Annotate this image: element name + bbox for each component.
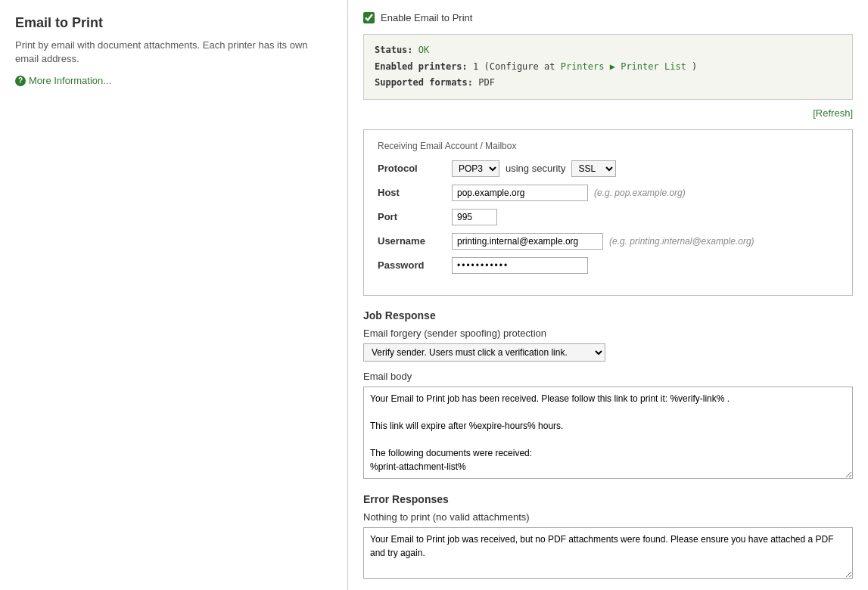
host-input[interactable] bbox=[452, 185, 588, 201]
password-label: Password bbox=[378, 259, 446, 271]
protocol-select[interactable]: POP3 IMAP bbox=[452, 160, 499, 177]
username-label: Username bbox=[378, 235, 446, 247]
mailbox-legend: Receiving Email Account / Mailbox bbox=[378, 141, 838, 151]
status-value: OK bbox=[418, 45, 429, 55]
enable-row: Enable Email to Print bbox=[363, 12, 853, 23]
protocol-row: Protocol POP3 IMAP using security SSL TL… bbox=[378, 160, 838, 177]
host-row: Host (e.g. pop.example.org) bbox=[378, 185, 838, 201]
port-label: Port bbox=[378, 211, 446, 222]
page-description: Print by email with document attachments… bbox=[15, 39, 332, 66]
job-response-section: Job Response Email forgery (sender spoof… bbox=[363, 309, 853, 481]
configure-end: ) bbox=[692, 61, 697, 72]
question-icon: ? bbox=[15, 76, 26, 86]
enabled-value: 1 bbox=[473, 61, 478, 72]
forgery-select[interactable]: Verify sender. Users must click a verifi… bbox=[363, 343, 605, 362]
host-label: Host bbox=[378, 187, 446, 198]
refresh-link[interactable]: [Refresh] bbox=[813, 107, 853, 119]
error-responses-section: Error Responses Nothing to print (no val… bbox=[363, 493, 853, 590]
protocol-label: Protocol bbox=[378, 163, 446, 174]
right-panel: Enable Email to Print Status: OK Enabled… bbox=[348, 0, 868, 590]
enable-label: Enable Email to Print bbox=[381, 12, 472, 23]
email-body-label: Email body bbox=[363, 371, 853, 382]
port-input[interactable] bbox=[452, 209, 497, 225]
host-hint: (e.g. pop.example.org) bbox=[594, 188, 686, 198]
enable-checkbox[interactable] bbox=[363, 12, 375, 23]
page-title: Email to Print bbox=[15, 15, 332, 31]
email-body-textarea[interactable]: Your Email to Print job has been receive… bbox=[363, 387, 853, 479]
status-box: Status: OK Enabled printers: 1 (Configur… bbox=[363, 34, 853, 100]
error-responses-title: Error Responses bbox=[363, 493, 853, 505]
password-input[interactable] bbox=[452, 257, 588, 274]
username-hint: (e.g. printing.internal@example.org) bbox=[609, 236, 754, 247]
more-info-link[interactable]: ? More Information... bbox=[15, 75, 332, 86]
refresh-row: [Refresh] bbox=[363, 107, 853, 119]
using-security-label: using security bbox=[506, 163, 565, 174]
forgery-label: Email forgery (sender spoofing) protecti… bbox=[363, 328, 853, 339]
job-response-title: Job Response bbox=[363, 309, 853, 321]
mailbox-section: Receiving Email Account / Mailbox Protoc… bbox=[363, 129, 853, 296]
formats-label: Supported formats: bbox=[375, 77, 473, 88]
status-label: Status: bbox=[375, 45, 413, 55]
nothing-textarea[interactable]: Your Email to Print job was received, bu… bbox=[363, 527, 853, 579]
left-panel: Email to Print Print by email with docum… bbox=[0, 0, 348, 590]
username-input[interactable] bbox=[452, 233, 603, 250]
more-info-label: More Information... bbox=[29, 75, 111, 86]
security-select[interactable]: SSL TLS None bbox=[571, 160, 616, 177]
configure-link[interactable]: Printers ▶ Printer List bbox=[561, 61, 686, 72]
port-row: Port bbox=[378, 209, 838, 225]
enabled-label: Enabled printers: bbox=[375, 61, 468, 72]
status-row: Status: OK bbox=[375, 42, 842, 59]
username-row: Username (e.g. printing.internal@example… bbox=[378, 233, 838, 250]
enabled-row: Enabled printers: 1 (Configure at Printe… bbox=[375, 59, 842, 76]
configure-text: (Configure at bbox=[484, 61, 555, 72]
formats-row: Supported formats: PDF bbox=[375, 75, 842, 92]
password-row: Password bbox=[378, 257, 838, 274]
nothing-label: Nothing to print (no valid attachments) bbox=[363, 511, 853, 523]
formats-value: PDF bbox=[478, 77, 495, 88]
